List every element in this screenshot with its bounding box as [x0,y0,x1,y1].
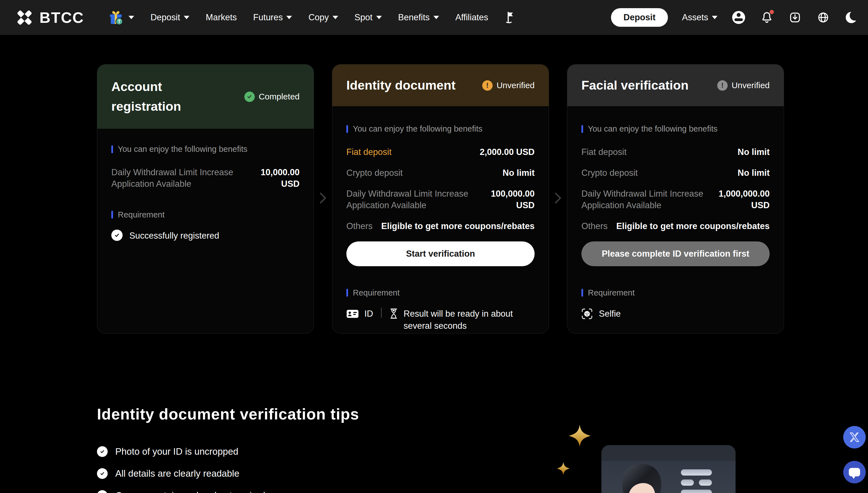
id-text-line [681,479,694,486]
requirement-section-label: Requirement [581,288,770,298]
benefits-label-text: You can enjoy the following benefits [353,124,483,133]
benefit-row: Crypto deposit No limit [346,167,535,179]
benefit-row: Fiat deposit 2,000.00 USD [346,147,535,158]
complete-id-first-button[interactable]: Please complete ID verification first [581,241,770,266]
requirement-text: Successfully registered [129,230,219,242]
nav-item-markets[interactable]: Markets [206,13,237,23]
benefit-label: Daily Withdrawal Limit Increase Applicat… [111,167,241,190]
assets-label: Assets [682,13,708,23]
nav-item-label: Markets [206,13,237,23]
benefit-value: No limit [408,167,535,179]
caret-down-icon [376,16,382,19]
tips-list: Photo of your ID is uncropped All detail… [97,446,359,493]
benefits-list: Fiat deposit No limit Crypto deposit No … [581,147,770,232]
caret-down-icon [128,16,134,19]
benefit-value: 100,000.00 USD [482,188,535,211]
benefit-label: Crypto deposit [581,167,638,179]
benefit-label: Fiat deposit [581,147,627,158]
profile-button[interactable] [732,10,746,24]
benefit-value: Eligible to get more coupons/rebates [378,220,535,232]
sparkle-icon [569,425,591,447]
x-social-button[interactable] [843,426,866,449]
requirement-row: Selfie [581,308,770,320]
divider [381,308,382,318]
nav-item-copy[interactable]: Copy [308,13,338,23]
neutral-exclamation-icon: ! [717,80,728,91]
download-app-icon [789,11,801,24]
benefits-section-label: You can enjoy the following benefits [346,124,535,133]
status-badge: Completed [244,91,300,102]
dark-mode-moon-icon [846,12,857,23]
btcc-x-logo-icon [16,9,33,26]
requirement-text: Selfie [599,308,621,320]
benefits-list: Fiat deposit 2,000.00 USD Crypto deposit… [346,147,535,232]
nav-item-label: Spot [355,13,373,23]
chevron-right-icon[interactable] [319,192,326,205]
tip-item: Photo of your ID is uncropped [97,446,359,457]
requirement-row: Successfully registered [111,230,300,242]
chat-bubble-icon [849,468,860,476]
nav-item-deposit[interactable]: Deposit [150,13,189,23]
nav-item-label: Deposit [150,13,180,23]
profile-icon [732,11,745,24]
card-gap [549,64,567,334]
requirement-label-text: Requirement [353,288,400,298]
notifications-button[interactable] [760,10,774,24]
nav-item-spot[interactable]: Spot [355,13,382,23]
requirement-section-label: Requirement [111,210,300,219]
card-facial-verification: Facial verification ! Unverified You can… [567,64,784,334]
benefit-label: Others [581,220,608,232]
caret-down-icon [433,16,439,19]
chat-support-button[interactable] [843,461,866,484]
verification-cards-row: Account registration Completed You can e… [97,64,784,334]
accent-bar [346,125,348,133]
caret-down-icon [712,16,718,19]
nav-item-label: Copy [308,13,329,23]
benefits-label-text: You can enjoy the following benefits [118,145,248,154]
selfie-face-icon [581,308,593,319]
benefit-row: Crypto deposit No limit [581,167,770,179]
benefit-value: Eligible to get more coupons/rebates [613,220,770,232]
requirement-text: ID [364,308,373,320]
gift-icon: T [108,9,124,26]
nav-left-group: BTCC T Deposit Markets [16,9,611,26]
benefit-row: Fiat deposit No limit [581,147,770,158]
requirement-label-text: Requirement [588,288,635,298]
milestone-flag-icon[interactable] [505,11,516,24]
promo-gift-menu[interactable]: T [108,9,134,26]
nav-item-futures[interactable]: Futures [253,13,292,23]
requirement-row: ID Result will be ready in about several… [346,308,535,332]
start-verification-button[interactable]: Start verification [346,241,535,266]
accent-bar [111,145,113,153]
chevron-right-icon[interactable] [554,192,562,205]
benefit-label: Others [346,220,373,232]
assets-menu[interactable]: Assets [682,13,718,23]
card-header: Identity document ! Unverified [332,65,549,106]
deposit-button[interactable]: Deposit [611,8,668,27]
completed-check-icon [244,91,255,102]
benefit-row: Daily Withdrawal Limit Increase Applicat… [111,167,300,190]
dark-mode-toggle[interactable] [844,10,859,24]
id-card-illustration [601,445,736,493]
status-badge: ! Unverified [717,80,770,91]
accent-bar [111,211,113,219]
nav-item-benefits[interactable]: Benefits [398,13,439,23]
requirement-text: Result will be ready in about several se… [404,308,535,332]
check-circle-icon [97,446,108,457]
check-circle-icon [97,490,108,493]
requirement-section-label: Requirement [346,288,535,298]
tip-text: Photo of your ID is uncropped [115,446,238,457]
language-globe-icon [817,11,829,24]
id-text-line [699,479,712,486]
language-button[interactable] [816,10,830,24]
accent-bar [581,125,583,133]
btcc-logo[interactable]: BTCC [16,9,84,26]
download-app-button[interactable] [788,10,802,24]
nav-item-label: Benefits [398,13,430,23]
tip-item: Government–issued and not expired [97,490,359,493]
nav-item-affiliates[interactable]: Affiliates [456,13,488,23]
tip-item: All details are clearly readable [97,468,359,479]
benefits-list: Daily Withdrawal Limit Increase Applicat… [111,167,300,190]
avatar-illustration [615,457,669,493]
tip-text: Government–issued and not expired [115,490,265,493]
